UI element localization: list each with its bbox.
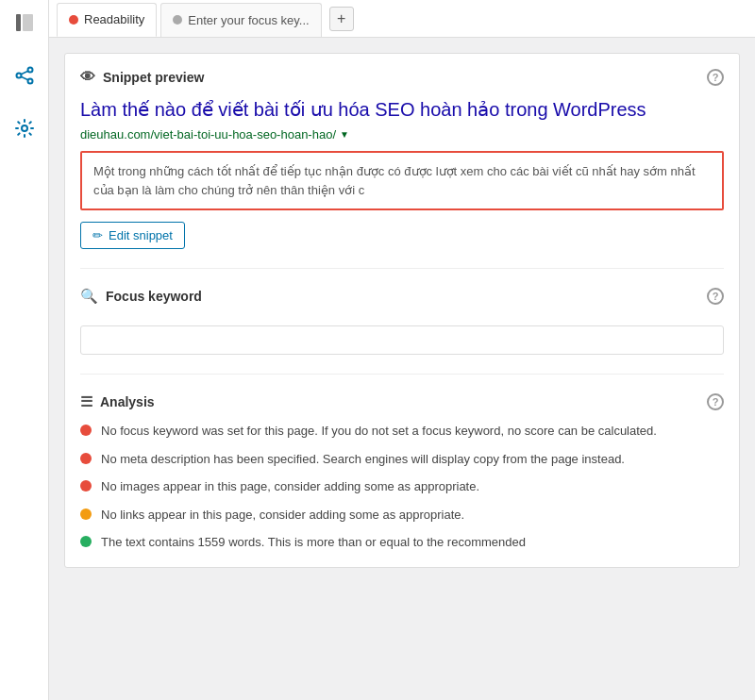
edit-snippet-button[interactable]: ✏ Edit snippet — [80, 222, 185, 249]
divider-2 — [80, 374, 724, 375]
analysis-help[interactable]: ? — [707, 393, 724, 410]
list-item: No focus keyword was set for this page. … — [80, 422, 724, 441]
svg-point-2 — [27, 68, 32, 73]
analysis-dot-1 — [80, 425, 92, 436]
readability-dot — [69, 15, 78, 25]
main-content: Readability Enter your focus key... + 👁 … — [49, 0, 755, 700]
analysis-dot-3 — [80, 480, 92, 492]
settings-icon[interactable] — [9, 113, 40, 143]
analysis-dot-2 — [80, 453, 92, 464]
content-area: 👁 Snippet preview ? Làm thế nào để viết … — [49, 38, 755, 700]
snippet-preview-header: 👁 Snippet preview ? — [80, 69, 724, 86]
analysis-list: No focus keyword was set for this page. … — [80, 422, 724, 552]
share-icon[interactable] — [9, 60, 40, 91]
snippet-description: Một trong những cách tốt nhất để tiếp tụ… — [80, 151, 724, 210]
focus-keyword-header: 🔍 Focus keyword ? — [80, 288, 724, 305]
tabs-bar: Readability Enter your focus key... + — [49, 0, 755, 38]
analysis-title-group: ☰ Analysis — [80, 393, 155, 410]
svg-line-5 — [21, 71, 28, 75]
eye-icon: 👁 — [80, 69, 95, 86]
analysis-dot-4 — [80, 508, 92, 520]
focus-keyword-title-group: 🔍 Focus keyword — [80, 288, 202, 305]
svg-point-4 — [27, 79, 32, 84]
analysis-section: ☰ Analysis ? No focus keyword was set fo… — [80, 393, 724, 552]
snippet-url: dieuhau.com/viet-bai-toi-uu-hoa-seo-hoan… — [80, 127, 724, 142]
analysis-text-3: No images appear in this page, consider … — [101, 477, 479, 496]
focus-dot — [173, 15, 182, 25]
focus-keyword-input[interactable] — [80, 325, 724, 355]
focus-keyword-section: 🔍 Focus keyword ? — [80, 288, 724, 355]
svg-rect-1 — [23, 14, 33, 31]
list-item: The text contains 1559 words. This is mo… — [80, 533, 724, 552]
main-panel: 👁 Snippet preview ? Làm thế nào để viết … — [64, 53, 740, 568]
focus-keyword-title: Focus keyword — [106, 289, 202, 304]
focus-keyword-help[interactable]: ? — [707, 288, 724, 305]
tab-focus-label: Enter your focus key... — [188, 13, 309, 27]
tab-focus-keyword[interactable]: Enter your focus key... — [160, 3, 321, 37]
list-item: No meta description has been specified. … — [80, 450, 724, 469]
edit-snippet-label: Edit snippet — [109, 228, 173, 242]
analysis-text-2: No meta description has been specified. … — [101, 450, 625, 469]
analysis-text-1: No focus keyword was set for this page. … — [101, 422, 657, 441]
snippet-page-title: Làm thế nào để viết bài tối ưu hóa SEO h… — [80, 97, 724, 122]
search-icon: 🔍 — [80, 288, 98, 305]
snippet-url-caret[interactable]: ▼ — [340, 129, 349, 140]
snippet-url-text: dieuhau.com/viet-bai-toi-uu-hoa-seo-hoan… — [80, 127, 336, 142]
snippet-preview-title-group: 👁 Snippet preview — [80, 69, 204, 86]
snippet-preview-help[interactable]: ? — [707, 69, 724, 86]
list-icon: ☰ — [80, 393, 92, 410]
list-item: No images appear in this page, consider … — [80, 477, 724, 496]
svg-line-6 — [21, 76, 28, 80]
svg-point-3 — [16, 74, 21, 78]
tab-readability-label: Readability — [84, 12, 144, 26]
analysis-text-5: The text contains 1559 words. This is mo… — [101, 533, 526, 552]
sidebar — [0, 0, 49, 700]
tab-readability[interactable]: Readability — [57, 3, 157, 37]
list-item: No links appear in this page, consider a… — [80, 506, 724, 525]
snippet-preview-title: Snippet preview — [103, 70, 204, 85]
add-tab-button[interactable]: + — [329, 7, 354, 31]
panel-icon[interactable] — [9, 8, 40, 38]
analysis-text-4: No links appear in this page, consider a… — [101, 506, 464, 525]
analysis-title: Analysis — [100, 394, 155, 409]
analysis-header: ☰ Analysis ? — [80, 393, 724, 410]
divider-1 — [80, 268, 724, 269]
add-tab-icon: + — [337, 10, 345, 27]
svg-point-7 — [22, 125, 27, 131]
analysis-dot-5 — [80, 536, 92, 547]
edit-snippet-icon: ✏ — [92, 228, 103, 242]
svg-rect-0 — [16, 14, 21, 31]
